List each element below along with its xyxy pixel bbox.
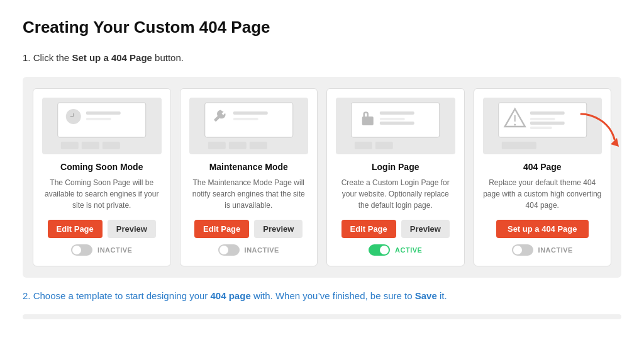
maintenance-status: INACTIVE <box>218 244 279 256</box>
maintenance-desc: The Maintenance Mode Page will notify se… <box>189 177 309 211</box>
svg-rect-16 <box>249 142 267 149</box>
svg-rect-7 <box>61 142 79 149</box>
svg-point-30 <box>514 123 516 125</box>
step1-text: 1. Click the Set up a 404 Page button. <box>23 51 621 65</box>
maintenance-thumbnail <box>189 98 309 154</box>
svg-rect-22 <box>380 122 414 125</box>
page-title: Creating Your Custom 404 Page <box>23 18 621 37</box>
svg-rect-21 <box>380 118 405 120</box>
coming-soon-title: Coming Soon Mode <box>60 162 143 172</box>
404-setup-button[interactable]: Set up a 404 Page <box>496 220 589 238</box>
svg-rect-6 <box>86 118 111 120</box>
svg-rect-5 <box>86 111 121 115</box>
svg-rect-8 <box>82 142 99 149</box>
card-maintenance: Maintenance Mode The Maintenance Mode Pa… <box>180 88 318 266</box>
maintenance-toggle[interactable] <box>218 244 240 256</box>
svg-rect-19 <box>362 117 374 125</box>
svg-rect-14 <box>208 142 225 149</box>
svg-rect-32 <box>530 118 555 120</box>
maintenance-preview-button[interactable]: Preview <box>254 220 303 238</box>
svg-rect-33 <box>530 122 564 125</box>
svg-rect-15 <box>228 142 246 149</box>
card-404: 404 Page Replace your default theme 404 … <box>474 88 612 266</box>
bottom-divider <box>23 314 621 319</box>
404-title: 404 Page <box>523 162 562 172</box>
maintenance-title: Maintenance Mode <box>209 162 288 172</box>
svg-rect-23 <box>355 142 372 149</box>
login-thumbnail <box>336 98 455 154</box>
svg-rect-12 <box>233 111 267 115</box>
login-title: Login Page <box>372 162 419 172</box>
red-arrow-annotation <box>578 108 622 154</box>
cards-container: Coming Soon Mode The Coming Soon Page wi… <box>33 88 611 266</box>
coming-soon-thumbnail <box>42 98 162 154</box>
svg-rect-24 <box>375 142 393 149</box>
svg-rect-31 <box>530 111 564 115</box>
404-desc: Replace your default theme 404 page with… <box>483 177 602 211</box>
svg-rect-9 <box>103 142 120 149</box>
login-edit-button[interactable]: Edit Page <box>341 220 396 238</box>
coming-soon-preview-button[interactable]: Preview <box>108 220 156 238</box>
coming-soon-actions: Edit Page Preview <box>48 220 156 238</box>
login-toggle[interactable] <box>369 244 390 256</box>
coming-soon-edit-button[interactable]: Edit Page <box>48 220 103 238</box>
modes-panel: Coming Soon Mode The Coming Soon Page wi… <box>23 77 621 278</box>
card-login: Login Page Create a Custom Login Page fo… <box>326 88 465 266</box>
coming-soon-desc: The Coming Soon Page will be available t… <box>42 177 162 211</box>
svg-rect-20 <box>380 111 414 115</box>
login-desc: Create a Custom Login Page for your webs… <box>336 177 455 211</box>
login-actions: Edit Page Preview <box>341 220 450 238</box>
svg-rect-35 <box>501 142 536 149</box>
login-preview-button[interactable]: Preview <box>401 220 450 238</box>
step2-text: 2. Choose a template to start designing … <box>23 289 621 304</box>
404-status: INACTIVE <box>512 244 573 256</box>
svg-rect-13 <box>233 118 258 120</box>
svg-rect-34 <box>530 127 552 129</box>
coming-soon-status: INACTIVE <box>71 244 132 256</box>
coming-soon-toggle[interactable] <box>71 244 92 256</box>
maintenance-actions: Edit Page Preview <box>194 220 303 238</box>
404-actions: Set up a 404 Page <box>496 220 589 238</box>
card-coming-soon: Coming Soon Mode The Coming Soon Page wi… <box>33 88 171 266</box>
404-toggle[interactable] <box>512 244 533 256</box>
maintenance-edit-button[interactable]: Edit Page <box>194 220 249 238</box>
login-status: ACTIVE <box>369 244 422 256</box>
